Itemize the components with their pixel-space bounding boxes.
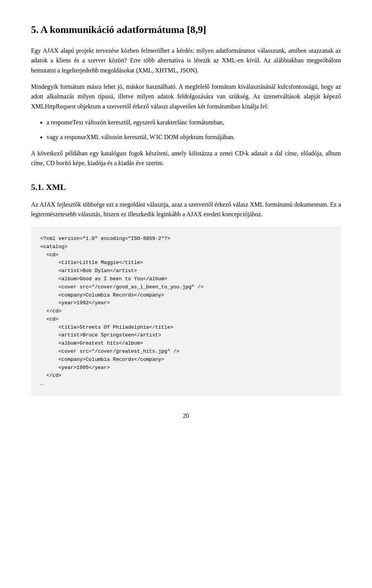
paragraph-2: Mindegyik formátum másra lehet jó, másko…: [31, 82, 341, 112]
subsection-heading: 5.1. XML: [31, 181, 341, 193]
paragraph-3: A következő példában egy katalógust fogo…: [31, 148, 341, 168]
bullet-item-1: a responseText változón keresztül, egysz…: [46, 117, 341, 128]
code-block: <?xml version="1.0" encoding="ISO-8859-2…: [31, 227, 341, 396]
bullet-list: a responseText változón keresztül, egysz…: [46, 117, 341, 142]
section-heading: 5. A kommunikáció adatformátuma [8,9]: [31, 23, 341, 36]
page-number: 20: [31, 411, 341, 421]
paragraph-4: Az AJAX fejlesztők többsége ezt a megold…: [31, 200, 341, 219]
bullet-item-2: vagy a responseXML változón keresztül, W…: [46, 132, 341, 142]
paragraph-1: Egy AJAX alapú projekt tervezése közben …: [31, 46, 341, 76]
page-content: 5. A kommunikáció adatformátuma [8,9] Eg…: [31, 23, 341, 421]
